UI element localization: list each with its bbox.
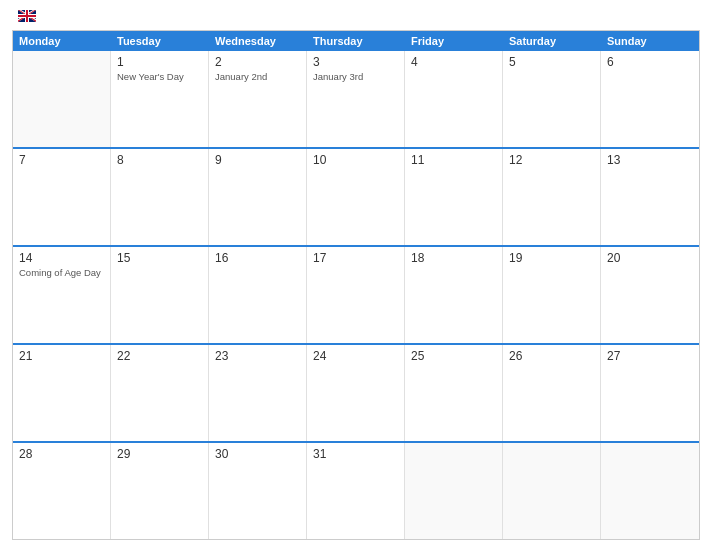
day-number: 19 bbox=[509, 251, 594, 265]
day-number: 17 bbox=[313, 251, 398, 265]
calendar-cell: 26 bbox=[503, 345, 601, 441]
calendar-cell: 6 bbox=[601, 51, 699, 147]
day-number: 29 bbox=[117, 447, 202, 461]
calendar-cell bbox=[601, 443, 699, 539]
calendar-header-cell: Sunday bbox=[601, 31, 699, 51]
day-number: 30 bbox=[215, 447, 300, 461]
day-number: 13 bbox=[607, 153, 693, 167]
day-number: 11 bbox=[411, 153, 496, 167]
calendar-cell: 18 bbox=[405, 247, 503, 343]
day-number: 5 bbox=[509, 55, 594, 69]
calendar-week: 1New Year's Day2January 2nd3January 3rd4… bbox=[13, 51, 699, 147]
calendar-cell: 2January 2nd bbox=[209, 51, 307, 147]
calendar-header-cell: Wednesday bbox=[209, 31, 307, 51]
day-number: 15 bbox=[117, 251, 202, 265]
calendar-cell: 29 bbox=[111, 443, 209, 539]
calendar-cell: 1New Year's Day bbox=[111, 51, 209, 147]
day-number: 8 bbox=[117, 153, 202, 167]
calendar: MondayTuesdayWednesdayThursdayFridaySatu… bbox=[12, 30, 700, 540]
calendar-cell: 11 bbox=[405, 149, 503, 245]
calendar-cell: 5 bbox=[503, 51, 601, 147]
day-number: 12 bbox=[509, 153, 594, 167]
day-number: 9 bbox=[215, 153, 300, 167]
day-number: 20 bbox=[607, 251, 693, 265]
page-header bbox=[12, 10, 700, 22]
day-number: 10 bbox=[313, 153, 398, 167]
calendar-cell: 23 bbox=[209, 345, 307, 441]
day-number: 27 bbox=[607, 349, 693, 363]
calendar-cell: 8 bbox=[111, 149, 209, 245]
logo bbox=[16, 10, 36, 22]
day-number: 6 bbox=[607, 55, 693, 69]
calendar-cell: 24 bbox=[307, 345, 405, 441]
calendar-cell: 7 bbox=[13, 149, 111, 245]
calendar-header-cell: Saturday bbox=[503, 31, 601, 51]
calendar-cell: 14Coming of Age Day bbox=[13, 247, 111, 343]
calendar-week: 14Coming of Age Day151617181920 bbox=[13, 245, 699, 343]
calendar-cell bbox=[13, 51, 111, 147]
day-number: 23 bbox=[215, 349, 300, 363]
logo-blue-text bbox=[16, 10, 36, 22]
calendar-cell: 12 bbox=[503, 149, 601, 245]
day-number: 21 bbox=[19, 349, 104, 363]
calendar-cell: 16 bbox=[209, 247, 307, 343]
day-event: January 3rd bbox=[313, 71, 398, 83]
logo-flag-icon bbox=[18, 10, 36, 22]
day-number: 16 bbox=[215, 251, 300, 265]
calendar-header-cell: Thursday bbox=[307, 31, 405, 51]
calendar-week: 28293031 bbox=[13, 441, 699, 539]
calendar-header-cell: Monday bbox=[13, 31, 111, 51]
day-number: 4 bbox=[411, 55, 496, 69]
day-number: 18 bbox=[411, 251, 496, 265]
day-number: 26 bbox=[509, 349, 594, 363]
calendar-cell: 13 bbox=[601, 149, 699, 245]
calendar-header-row: MondayTuesdayWednesdayThursdayFridaySatu… bbox=[13, 31, 699, 51]
calendar-week: 78910111213 bbox=[13, 147, 699, 245]
calendar-cell: 30 bbox=[209, 443, 307, 539]
day-number: 31 bbox=[313, 447, 398, 461]
calendar-cell: 10 bbox=[307, 149, 405, 245]
calendar-cell bbox=[405, 443, 503, 539]
calendar-cell: 17 bbox=[307, 247, 405, 343]
calendar-cell: 15 bbox=[111, 247, 209, 343]
calendar-cell bbox=[503, 443, 601, 539]
calendar-body: 1New Year's Day2January 2nd3January 3rd4… bbox=[13, 51, 699, 539]
day-number: 28 bbox=[19, 447, 104, 461]
calendar-cell: 22 bbox=[111, 345, 209, 441]
day-event: January 2nd bbox=[215, 71, 300, 83]
day-number: 22 bbox=[117, 349, 202, 363]
calendar-cell: 31 bbox=[307, 443, 405, 539]
calendar-header-cell: Friday bbox=[405, 31, 503, 51]
day-number: 25 bbox=[411, 349, 496, 363]
calendar-cell: 25 bbox=[405, 345, 503, 441]
calendar-week: 21222324252627 bbox=[13, 343, 699, 441]
calendar-cell: 28 bbox=[13, 443, 111, 539]
calendar-cell: 4 bbox=[405, 51, 503, 147]
day-event: New Year's Day bbox=[117, 71, 202, 83]
day-number: 14 bbox=[19, 251, 104, 265]
day-number: 1 bbox=[117, 55, 202, 69]
calendar-cell: 20 bbox=[601, 247, 699, 343]
calendar-cell: 3January 3rd bbox=[307, 51, 405, 147]
day-number: 2 bbox=[215, 55, 300, 69]
calendar-header-cell: Tuesday bbox=[111, 31, 209, 51]
day-number: 24 bbox=[313, 349, 398, 363]
calendar-cell: 9 bbox=[209, 149, 307, 245]
calendar-cell: 27 bbox=[601, 345, 699, 441]
day-number: 7 bbox=[19, 153, 104, 167]
calendar-cell: 21 bbox=[13, 345, 111, 441]
day-event: Coming of Age Day bbox=[19, 267, 104, 279]
svg-marker-8 bbox=[18, 15, 36, 17]
day-number: 3 bbox=[313, 55, 398, 69]
calendar-cell: 19 bbox=[503, 247, 601, 343]
